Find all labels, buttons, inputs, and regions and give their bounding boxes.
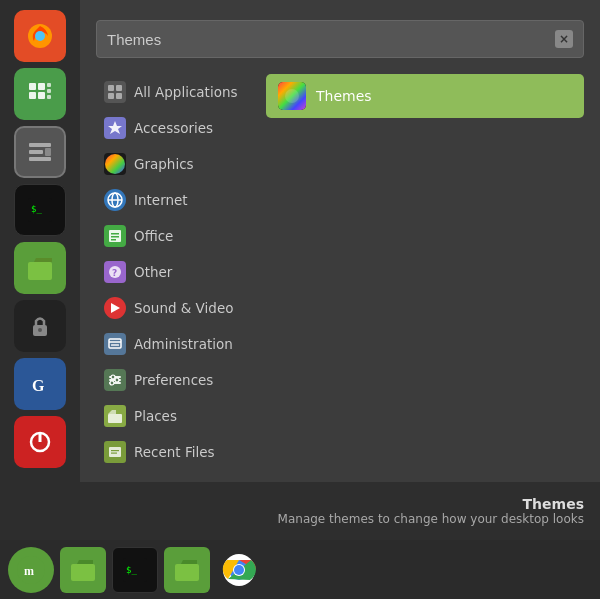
- categories-panel: All Applications Accessories: [96, 74, 256, 444]
- svg-rect-15: [28, 262, 52, 280]
- category-places-label: Places: [134, 408, 177, 424]
- sidebar: $_ G: [0, 0, 80, 540]
- svg-text:$_: $_: [31, 204, 42, 214]
- category-administration-label: Administration: [134, 336, 233, 352]
- svg-rect-46: [109, 447, 121, 457]
- ui-tool-icon: [27, 139, 53, 165]
- preferences-icon: [104, 369, 126, 391]
- svg-text:m: m: [24, 564, 34, 578]
- category-all-applications[interactable]: All Applications: [96, 74, 256, 110]
- category-internet[interactable]: Internet: [96, 182, 256, 218]
- category-preferences[interactable]: Preferences: [96, 362, 256, 398]
- sidebar-icon-power[interactable]: [14, 416, 66, 468]
- status-description: Manage themes to change how your desktop…: [278, 512, 584, 526]
- category-all-applications-label: All Applications: [134, 84, 238, 100]
- taskbar: m $_: [0, 540, 600, 599]
- svg-point-17: [38, 328, 42, 332]
- svg-rect-48: [111, 453, 117, 454]
- sidebar-icon-terminal[interactable]: $_: [14, 184, 66, 236]
- svg-point-1: [35, 31, 45, 41]
- places-icon: [104, 405, 126, 427]
- category-recent-files[interactable]: Recent Files: [96, 434, 256, 470]
- sidebar-icon-firefox[interactable]: [14, 10, 66, 62]
- category-administration[interactable]: Administration: [96, 326, 256, 362]
- svg-rect-9: [29, 143, 51, 147]
- svg-rect-5: [38, 92, 45, 99]
- svg-rect-3: [38, 83, 45, 90]
- chrome-icon: [222, 553, 256, 587]
- category-places[interactable]: Places: [96, 398, 256, 434]
- sidebar-icon-lock[interactable]: [14, 300, 66, 352]
- taskbar-file-manager-2-button[interactable]: [164, 547, 210, 593]
- typora-icon: G: [27, 371, 53, 397]
- accessories-icon: [104, 117, 126, 139]
- category-sound-video-label: Sound & Video: [134, 300, 233, 316]
- svg-point-60: [234, 565, 244, 575]
- category-internet-label: Internet: [134, 192, 188, 208]
- category-other-label: Other: [134, 264, 172, 280]
- search-bar: ×: [96, 20, 584, 58]
- svg-point-25: [105, 154, 125, 174]
- sidebar-icon-ui-tool[interactable]: [14, 126, 66, 178]
- administration-icon: [104, 333, 126, 355]
- svg-rect-12: [29, 157, 51, 161]
- files-icon: [26, 254, 54, 282]
- svg-rect-47: [111, 450, 119, 451]
- category-accessories-label: Accessories: [134, 120, 213, 136]
- svg-rect-30: [111, 233, 119, 235]
- svg-rect-24: [116, 93, 122, 99]
- sidebar-icon-files[interactable]: [14, 242, 66, 294]
- apps-grid-icon: [27, 81, 53, 107]
- svg-rect-56: [175, 564, 199, 581]
- svg-text:G: G: [32, 377, 45, 394]
- apps-panel: Themes: [266, 74, 584, 444]
- svg-rect-36: [109, 339, 121, 348]
- status-bar: Themes Manage themes to change how your …: [80, 482, 600, 540]
- svg-rect-38: [111, 344, 119, 346]
- svg-rect-21: [108, 85, 114, 91]
- sidebar-icon-typora[interactable]: G: [14, 358, 66, 410]
- svg-point-42: [111, 375, 115, 379]
- office-icon: [104, 225, 126, 247]
- svg-rect-8: [47, 95, 51, 99]
- category-other[interactable]: ? Other: [96, 254, 256, 290]
- category-graphics[interactable]: Graphics: [96, 146, 256, 182]
- category-graphics-label: Graphics: [134, 156, 194, 172]
- svg-text:?: ?: [112, 268, 117, 278]
- sound-video-icon: [104, 297, 126, 319]
- svg-rect-53: [71, 564, 95, 581]
- category-accessories[interactable]: Accessories: [96, 110, 256, 146]
- svg-rect-32: [111, 239, 116, 241]
- main-area: × All Applications: [80, 0, 600, 540]
- search-clear-button[interactable]: ×: [555, 30, 573, 48]
- status-title: Themes: [523, 496, 584, 512]
- file-manager-icon: [69, 556, 97, 584]
- svg-rect-4: [29, 92, 36, 99]
- taskbar-mint-button[interactable]: m: [8, 547, 54, 593]
- category-sound-video[interactable]: Sound & Video: [96, 290, 256, 326]
- sidebar-icon-apps[interactable]: [14, 68, 66, 120]
- taskbar-terminal-button[interactable]: $_: [112, 547, 158, 593]
- category-recent-files-label: Recent Files: [134, 444, 215, 460]
- recent-files-icon: [104, 441, 126, 463]
- search-input[interactable]: [107, 31, 555, 48]
- app-item-themes[interactable]: Themes: [266, 74, 584, 118]
- category-preferences-label: Preferences: [134, 372, 213, 388]
- mint-logo-icon: m: [16, 555, 46, 585]
- svg-marker-35: [111, 303, 120, 313]
- terminal-icon: $_: [27, 197, 53, 223]
- svg-point-50: [285, 89, 299, 103]
- svg-point-44: [110, 381, 114, 385]
- svg-rect-7: [47, 89, 51, 93]
- graphics-icon: [104, 153, 126, 175]
- svg-rect-31: [111, 236, 119, 238]
- taskbar-chrome-button[interactable]: [216, 547, 262, 593]
- svg-rect-6: [47, 83, 51, 87]
- app-themes-label: Themes: [316, 88, 372, 104]
- power-icon: [27, 429, 53, 455]
- svg-rect-23: [108, 93, 114, 99]
- themes-app-icon: [278, 82, 306, 110]
- taskbar-file-manager-button[interactable]: [60, 547, 106, 593]
- category-office[interactable]: Office: [96, 218, 256, 254]
- firefox-icon: [25, 21, 55, 51]
